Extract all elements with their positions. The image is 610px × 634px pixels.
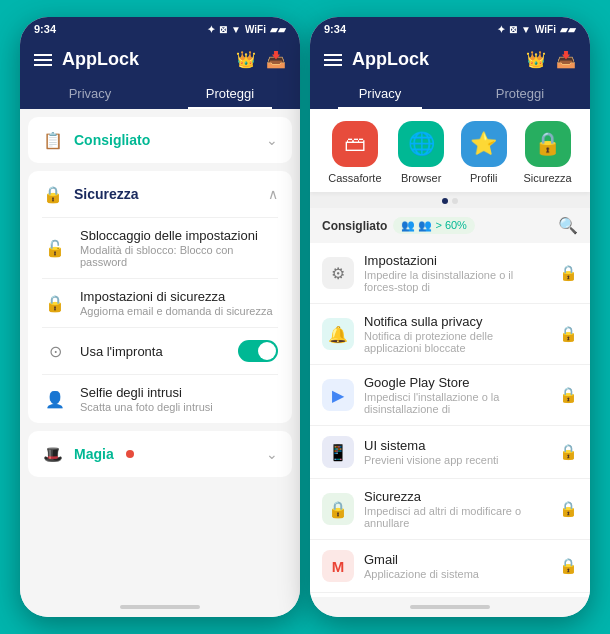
- privacy-title: Impostazioni: [364, 253, 549, 268]
- item-title: Impostazioni di sicurezza: [80, 289, 278, 304]
- consigliato-chevron: ⌄: [266, 132, 278, 148]
- list-item[interactable]: ▶ Google Play Store Impedisci l'installa…: [310, 365, 590, 426]
- carousel-item-sicurezza[interactable]: 🔒 Sicurezza: [523, 121, 571, 184]
- sicurezza-privacy-icon: 🔒: [322, 493, 354, 525]
- selfie-icon: 👤: [42, 386, 68, 412]
- carousel-item-browser[interactable]: 🌐 Browser: [398, 121, 444, 184]
- sicurezza-carousel-icon: 🔒: [525, 121, 571, 167]
- sicurezza-carousel-label: Sicurezza: [523, 172, 571, 184]
- status-bar-left: 9:34 ✦ ⊠ ▼ WiFi ▰▰: [20, 17, 300, 41]
- tabs-right: Privacy Proteggi: [310, 78, 590, 109]
- filter-label: Consigliato: [322, 219, 387, 233]
- lock-icon: 🔒: [559, 500, 578, 518]
- carousel-item-cassaforte[interactable]: 🗃 Cassaforte: [328, 121, 381, 184]
- left-phone: 9:34 ✦ ⊠ ▼ WiFi ▰▰ AppLock 👑 📥: [20, 17, 300, 617]
- list-item[interactable]: 🔔 Notifica sulla privacy Notifica di pro…: [310, 304, 590, 365]
- carousel-item-profili[interactable]: ⭐ Profili: [461, 121, 507, 184]
- privacy-title: Sicurezza: [364, 489, 549, 504]
- time-right: 9:34: [324, 23, 346, 35]
- carousel-dots: [310, 192, 590, 208]
- uisistema-icon: 📱: [322, 436, 354, 468]
- status-icons-left: ✦ ⊠ ▼ WiFi ▰▰: [207, 24, 286, 35]
- hamburger-menu-right[interactable]: [324, 54, 342, 66]
- status-bar-right: 9:34 ✦ ⊠ ▼ WiFi ▰▰: [310, 17, 590, 41]
- wallet-icon-left: 📥: [266, 50, 286, 69]
- privacy-subtitle: Applicazione di sistema: [364, 568, 549, 580]
- magia-chevron: ⌄: [266, 446, 278, 462]
- list-item: 🔒 Impostazioni di sicurezza Aggiorna ema…: [28, 279, 292, 327]
- sicurezza-icon: 🔒: [42, 183, 64, 205]
- section-header-magia[interactable]: 🎩 Magia ⌄: [28, 431, 292, 477]
- lock-icon: 🔒: [559, 557, 578, 575]
- filter-badge: 👥 👥 > 60%: [393, 217, 475, 234]
- list-item[interactable]: 📱 UI sistema Previeni visione app recent…: [310, 426, 590, 479]
- privacy-title: Google Play Store: [364, 375, 549, 390]
- section-header-sicurezza[interactable]: 🔒 Sicurezza ∧: [28, 171, 292, 217]
- filter-bar: Consigliato 👥 👥 > 60% 🔍: [310, 208, 590, 243]
- profili-label: Profili: [470, 172, 498, 184]
- right-phone: 9:34 ✦ ⊠ ▼ WiFi ▰▰ AppLock 👑 📥: [310, 17, 590, 617]
- app-title-right: AppLock: [352, 49, 429, 70]
- sbloccaggio-icon: 🔓: [42, 235, 68, 261]
- section-header-consigliato[interactable]: 📋 Consigliato ⌄: [28, 117, 292, 163]
- magia-icon: 🎩: [42, 443, 64, 465]
- list-item: 🔓 Sbloccaggio delle impostazioni Modalit…: [28, 218, 292, 278]
- phone-content-left: 📋 Consigliato ⌄ 🔒 Sicurezza ∧: [20, 109, 300, 597]
- privacy-subtitle: Impedisci l'installazione o la disinstal…: [364, 391, 549, 415]
- list-item[interactable]: 🔒 Sicurezza Impedisci ad altri di modifi…: [310, 479, 590, 540]
- section-consigliato: 📋 Consigliato ⌄: [28, 117, 292, 163]
- item-title: Selfie degli intrusi: [80, 385, 278, 400]
- list-item[interactable]: ⚙ Impostazioni Impedire la disinstallazi…: [310, 243, 590, 304]
- item-subtitle: Aggiorna email e domanda di sicurezza: [80, 305, 278, 317]
- consigliato-icon: 📋: [42, 129, 64, 151]
- privacy-title: Notifica sulla privacy: [364, 314, 549, 329]
- lock-icon-active: 🔒: [559, 386, 578, 404]
- app-header-left: AppLock 👑 📥: [20, 41, 300, 78]
- gmail-icon: M: [322, 550, 354, 582]
- icon-carousel: 🗃 Cassaforte 🌐 Browser ⭐ Profili 🔒 Sicur…: [310, 109, 590, 192]
- list-item: 👤 Selfie degli intrusi Scatta una foto d…: [28, 375, 292, 423]
- home-indicator-left: [20, 597, 300, 617]
- tab-privacy-left[interactable]: Privacy: [20, 78, 160, 109]
- item-title: Sbloccaggio delle impostazioni: [80, 228, 278, 243]
- wallet-icon-right: 📥: [556, 50, 576, 69]
- time-left: 9:34: [34, 23, 56, 35]
- list-item: ⊙ Usa l'impronta: [28, 328, 292, 374]
- status-icons-right: ✦ ⊠ ▼ WiFi ▰▰: [497, 24, 576, 35]
- privacy-subtitle: Impedisci ad altri di modificare o annul…: [364, 505, 549, 529]
- privacy-items-container: ⚙ Impostazioni Impedire la disinstallazi…: [310, 243, 590, 597]
- privacy-subtitle: Notifica di protezione delle applicazion…: [364, 330, 549, 354]
- item-subtitle: Scatta una foto degli intrusi: [80, 401, 278, 413]
- app-header-right: AppLock 👑 📥: [310, 41, 590, 78]
- lock-icon: 🔒: [559, 264, 578, 282]
- notifica-icon: 🔔: [322, 318, 354, 350]
- cassaforte-label: Cassaforte: [328, 172, 381, 184]
- tab-privacy-right[interactable]: Privacy: [310, 78, 450, 109]
- lock-icon: 🔒: [559, 443, 578, 461]
- section-sicurezza: 🔒 Sicurezza ∧ 🔓 Sbloccaggio delle impost…: [28, 171, 292, 423]
- impostazioni-icon: 🔒: [42, 290, 68, 316]
- consigliato-title: Consigliato: [74, 132, 150, 148]
- section-magia: 🎩 Magia ⌄: [28, 431, 292, 477]
- crown-icon-right: 👑: [526, 50, 546, 69]
- item-subtitle: Modalità di sblocco: Blocco con password: [80, 244, 278, 268]
- privacy-subtitle: Impedire la disinstallazione o il forces…: [364, 269, 549, 293]
- browser-label: Browser: [401, 172, 441, 184]
- privacy-subtitle: Previeni visione app recenti: [364, 454, 549, 466]
- item-title: Usa l'impronta: [80, 344, 226, 359]
- tabs-left: Privacy Proteggi: [20, 78, 300, 109]
- hamburger-menu-left[interactable]: [34, 54, 52, 66]
- search-icon[interactable]: 🔍: [558, 216, 578, 235]
- sicurezza-title: Sicurezza: [74, 186, 139, 202]
- impronta-icon: ⊙: [42, 338, 68, 364]
- fingerprint-toggle[interactable]: [238, 340, 278, 362]
- magia-title: Magia: [74, 446, 114, 462]
- list-item[interactable]: M Gmail Applicazione di sistema 🔒: [310, 540, 590, 593]
- privacy-title: UI sistema: [364, 438, 549, 453]
- privacy-title: Gmail: [364, 552, 549, 567]
- tab-proteggi-left[interactable]: Proteggi: [160, 78, 300, 109]
- magia-notification-dot: [126, 450, 134, 458]
- tab-proteggi-right[interactable]: Proteggi: [450, 78, 590, 109]
- app-title-left: AppLock: [62, 49, 139, 70]
- crown-icon-left: 👑: [236, 50, 256, 69]
